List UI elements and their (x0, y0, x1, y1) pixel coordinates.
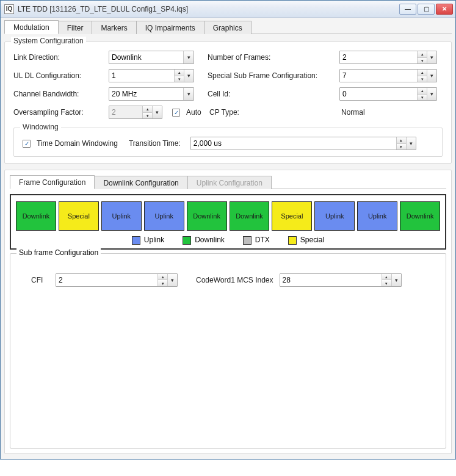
frame-legend: Uplink Downlink DTX Special (16, 236, 440, 245)
ul-dl-config-label: UL DL Configuration: (13, 71, 105, 80)
ul-dl-config-spin-buttons[interactable]: ▴ ▾ (174, 70, 184, 82)
chevron-down-icon[interactable]: ▾ (427, 51, 436, 63)
legend-uplink: Uplink (132, 236, 164, 245)
legend-special: Special (288, 236, 324, 245)
chevron-down-icon[interactable]: ▾ (397, 144, 406, 150)
chevron-up-icon[interactable]: ▴ (158, 274, 167, 281)
cfi-label: CFI (31, 276, 49, 284)
tab-downlink-configuration[interactable]: Downlink Configuration (95, 176, 187, 189)
auto-checkbox[interactable]: ✓ (172, 109, 180, 117)
chevron-down-icon[interactable]: ▾ (406, 137, 416, 150)
num-frames-input[interactable] (340, 51, 417, 63)
close-icon: ✕ (442, 5, 447, 12)
cw1-mcs-index-spinner[interactable]: ▴ ▾ ▾ (280, 273, 402, 287)
transition-time-spinner[interactable]: ▴ ▾ ▾ (190, 137, 416, 150)
frame-0[interactable]: Downlink (16, 201, 56, 231)
special-sub-label: Special Sub Frame Configuration: (208, 71, 336, 80)
tab-graphics[interactable]: Graphics (204, 21, 252, 34)
chevron-down-icon: ▾ (152, 106, 162, 118)
frame-6[interactable]: Special (272, 201, 312, 231)
chevron-down-icon[interactable]: ▾ (183, 88, 194, 100)
chevron-down-icon[interactable]: ▾ (418, 76, 427, 82)
tab-filter[interactable]: Filter (59, 21, 93, 34)
transition-time-spin-buttons[interactable]: ▴ ▾ (396, 137, 406, 150)
cell-id-spinner[interactable]: ▴ ▾ ▾ (339, 87, 437, 101)
frame-4[interactable]: Downlink (187, 201, 227, 231)
cp-type-label: CP Type: (209, 108, 338, 117)
chevron-down-icon: ▾ (143, 113, 152, 119)
special-sub-input[interactable] (340, 70, 417, 82)
maximize-button[interactable]: ▢ (418, 4, 435, 15)
main-tab-strip: Modulation Filter Markers IQ Impairments… (4, 20, 452, 34)
tab-iq-impairments[interactable]: IQ Impairments (137, 21, 204, 34)
special-sub-spinner[interactable]: ▴ ▾ ▾ (339, 69, 437, 82)
oversampling-input (109, 106, 142, 118)
frame-5[interactable]: Downlink (230, 201, 270, 231)
special-sub-spin-buttons[interactable]: ▴ ▾ (417, 70, 427, 82)
oversampling-label: Oversampling Factor: (13, 108, 105, 117)
chevron-down-icon[interactable]: ▾ (427, 88, 436, 100)
windowing-panel: Windowing ✓ Time Domain Windowing Transi… (13, 128, 443, 157)
cw1-mcs-index-spin-buttons[interactable]: ▴ ▾ (382, 274, 391, 286)
chevron-up-icon[interactable]: ▴ (418, 70, 427, 76)
tab-uplink-configuration: Uplink Configuration (188, 176, 272, 189)
chevron-down-icon[interactable]: ▾ (183, 51, 194, 63)
minimize-icon: — (405, 5, 411, 12)
chevron-down-icon[interactable]: ▾ (184, 70, 194, 82)
cw1-mcs-index-input[interactable] (280, 274, 382, 286)
tab-frame-configuration[interactable]: Frame Configuration (10, 175, 95, 189)
oversampling-spinner[interactable]: ▴ ▾ ▾ (109, 106, 162, 119)
frame-7[interactable]: Uplink (314, 201, 355, 231)
chevron-up-icon[interactable]: ▴ (418, 51, 427, 58)
chevron-down-icon[interactable]: ▾ (175, 76, 184, 82)
legend-dtx: DTX (243, 236, 270, 245)
ul-dl-config-input[interactable] (109, 70, 174, 82)
cell-id-spin-buttons[interactable]: ▴ ▾ (417, 88, 427, 100)
num-frames-spin-buttons[interactable]: ▴ ▾ (417, 51, 427, 63)
legend-uplink-label: Uplink (144, 236, 164, 244)
frame-2[interactable]: Uplink (101, 201, 142, 231)
transition-time-input[interactable] (191, 137, 396, 150)
oversampling-spin-buttons: ▴ ▾ (142, 106, 152, 118)
time-domain-windowing-checkbox[interactable]: ✓ (23, 140, 31, 148)
channel-bw-combo[interactable]: ▾ (109, 87, 194, 101)
swatch-icon (243, 236, 252, 245)
titlebar: IQ LTE TDD [131126_TD_LTE_DLUL Config1_S… (1, 1, 455, 18)
frame-1[interactable]: Special (59, 201, 99, 231)
maximize-icon: ▢ (424, 5, 429, 12)
legend-special-label: Special (300, 236, 324, 244)
chevron-down-icon[interactable]: ▾ (158, 280, 167, 286)
chevron-up-icon[interactable]: ▴ (397, 137, 406, 144)
chevron-down-icon[interactable]: ▾ (418, 95, 427, 101)
legend-downlink: Downlink (183, 236, 225, 245)
cfi-input[interactable] (56, 274, 157, 286)
frame-9[interactable]: Downlink (400, 201, 440, 231)
tab-modulation[interactable]: Modulation (4, 20, 59, 34)
link-direction-combo[interactable]: ▾ (109, 51, 194, 64)
chevron-up-icon[interactable]: ▴ (175, 70, 184, 76)
cfi-spin-buttons[interactable]: ▴ ▾ (157, 274, 167, 286)
frame-8[interactable]: Uplink (357, 201, 397, 231)
close-button[interactable]: ✕ (436, 4, 453, 15)
tab-markers[interactable]: Markers (92, 21, 136, 34)
chevron-down-icon[interactable]: ▾ (391, 274, 401, 286)
chevron-down-icon[interactable]: ▾ (427, 70, 436, 82)
ul-dl-config-spinner[interactable]: ▴ ▾ ▾ (109, 69, 194, 82)
chevron-down-icon[interactable]: ▾ (418, 58, 427, 64)
frame-3[interactable]: Uplink (144, 201, 184, 231)
link-direction-input[interactable] (109, 51, 183, 63)
swatch-icon (183, 236, 191, 245)
swatch-icon (288, 236, 297, 245)
minimize-button[interactable]: — (399, 4, 416, 15)
cell-id-input[interactable] (340, 88, 417, 100)
chevron-up-icon[interactable]: ▴ (382, 274, 391, 281)
swatch-icon (132, 236, 140, 245)
sub-tab-strip: Frame Configuration Downlink Configurati… (10, 175, 446, 189)
channel-bw-input[interactable] (109, 88, 183, 100)
num-frames-spinner[interactable]: ▴ ▾ ▾ (339, 51, 437, 64)
chevron-down-icon[interactable]: ▾ (167, 274, 177, 286)
cfi-spinner[interactable]: ▴ ▾ ▾ (56, 273, 178, 287)
app-window: IQ LTE TDD [131126_TD_LTE_DLUL Config1_S… (0, 0, 456, 460)
chevron-up-icon[interactable]: ▴ (418, 88, 427, 95)
chevron-down-icon[interactable]: ▾ (382, 280, 391, 286)
